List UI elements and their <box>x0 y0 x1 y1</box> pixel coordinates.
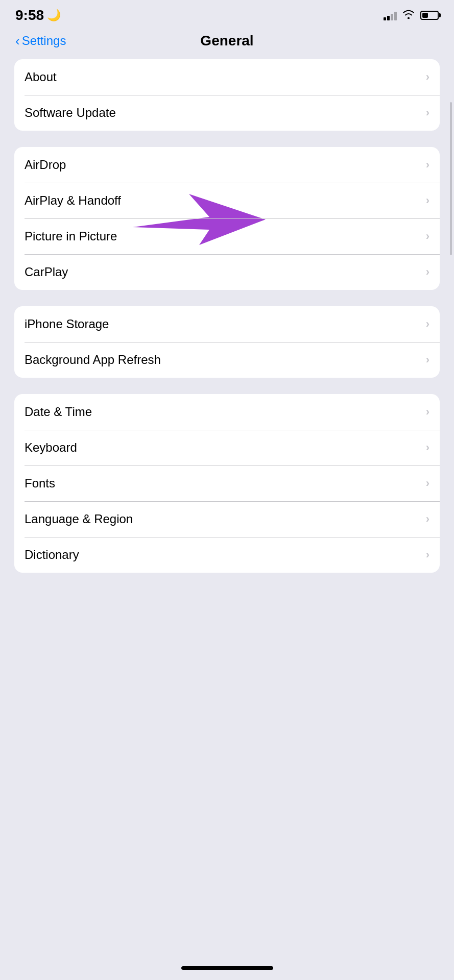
date-time-label: Date & Time <box>25 405 92 419</box>
battery-fill <box>422 13 428 18</box>
airdrop-label: AirDrop <box>25 158 66 172</box>
signal-strength-icon <box>384 10 397 20</box>
settings-group-4: Date & Time › Keyboard › Fonts › Languag… <box>14 394 440 573</box>
settings-item-background-app-refresh[interactable]: Background App Refresh › <box>14 342 440 378</box>
signal-bar-1 <box>384 17 386 20</box>
keyboard-label: Keyboard <box>25 440 77 455</box>
status-icons <box>384 9 439 22</box>
airdrop-chevron-icon: › <box>426 158 429 172</box>
carplay-chevron-icon: › <box>426 265 429 279</box>
scrollbar[interactable] <box>450 102 452 255</box>
airplay-handoff-chevron-icon: › <box>426 194 429 207</box>
settings-group-1: About › Software Update › <box>14 59 440 131</box>
status-time: 9:58 🌙 <box>15 7 61 23</box>
language-region-chevron-icon: › <box>426 512 429 526</box>
about-chevron-icon: › <box>426 70 429 84</box>
back-label: Settings <box>22 34 66 48</box>
settings-item-date-time[interactable]: Date & Time › <box>14 394 440 430</box>
settings-item-picture-in-picture[interactable]: Picture in Picture › <box>14 218 440 254</box>
battery-icon <box>420 11 439 20</box>
settings-content: About › Software Update › AirDrop › AirP… <box>0 59 454 573</box>
iphone-storage-chevron-icon: › <box>426 317 429 331</box>
dictionary-label: Dictionary <box>25 548 79 562</box>
moon-icon: 🌙 <box>47 9 61 22</box>
about-label: About <box>25 70 57 84</box>
settings-item-keyboard[interactable]: Keyboard › <box>14 430 440 465</box>
signal-bar-2 <box>387 16 390 20</box>
settings-item-carplay[interactable]: CarPlay › <box>14 254 440 290</box>
settings-item-iphone-storage[interactable]: iPhone Storage › <box>14 306 440 342</box>
status-bar: 9:58 🌙 <box>0 0 454 28</box>
settings-item-language-region[interactable]: Language & Region › <box>14 501 440 537</box>
signal-bar-3 <box>391 14 393 20</box>
signal-bar-4 <box>394 12 397 20</box>
date-time-chevron-icon: › <box>426 405 429 419</box>
dictionary-chevron-icon: › <box>426 548 429 561</box>
software-update-label: Software Update <box>25 106 116 120</box>
picture-in-picture-label: Picture in Picture <box>25 229 117 243</box>
background-app-refresh-label: Background App Refresh <box>25 353 161 367</box>
nav-header: ‹ Settings General <box>0 28 454 59</box>
fonts-chevron-icon: › <box>426 477 429 490</box>
settings-item-about[interactable]: About › <box>14 59 440 95</box>
settings-group-3: iPhone Storage › Background App Refresh … <box>14 306 440 378</box>
back-chevron-icon: ‹ <box>15 34 20 47</box>
settings-item-dictionary[interactable]: Dictionary › <box>14 537 440 573</box>
language-region-label: Language & Region <box>25 512 133 526</box>
time-display: 9:58 <box>15 7 44 23</box>
software-update-chevron-icon: › <box>426 106 429 119</box>
fonts-label: Fonts <box>25 476 55 491</box>
settings-item-fonts[interactable]: Fonts › <box>14 465 440 501</box>
wifi-icon <box>402 9 415 22</box>
background-app-refresh-chevron-icon: › <box>426 353 429 366</box>
home-indicator <box>181 966 273 970</box>
iphone-storage-label: iPhone Storage <box>25 317 109 331</box>
settings-item-airplay-handoff[interactable]: AirPlay & Handoff › <box>14 183 440 218</box>
back-button[interactable]: ‹ Settings <box>15 34 66 48</box>
settings-item-airdrop[interactable]: AirDrop › <box>14 147 440 183</box>
settings-item-software-update[interactable]: Software Update › <box>14 95 440 131</box>
page-title: General <box>200 33 253 49</box>
airplay-handoff-label: AirPlay & Handoff <box>25 193 121 208</box>
carplay-label: CarPlay <box>25 265 68 279</box>
settings-group-2: AirDrop › AirPlay & Handoff › Picture in… <box>14 147 440 290</box>
keyboard-chevron-icon: › <box>426 441 429 454</box>
picture-in-picture-chevron-icon: › <box>426 230 429 243</box>
